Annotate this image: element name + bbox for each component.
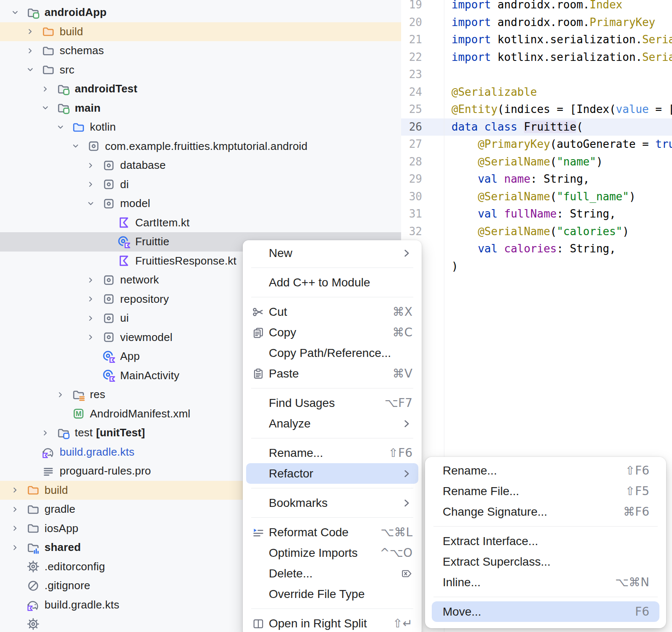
- tree-item-main[interactable]: main: [0, 99, 401, 118]
- menu-item-find-usages[interactable]: Find Usages⌥F7: [243, 393, 422, 413]
- code-line-29[interactable]: val name: String,: [452, 170, 672, 188]
- chevron-expanded-icon[interactable]: [23, 65, 41, 75]
- context-menu: NewAdd C++ to ModuleCut⌘XCopy⌘CCopy Path…: [243, 240, 422, 632]
- paste-icon: [252, 367, 266, 380]
- menu-item-cut[interactable]: Cut⌘X: [243, 302, 422, 322]
- code-token: [452, 242, 478, 255]
- tree-item-schemas[interactable]: schemas: [0, 41, 401, 60]
- code-token: : String,: [530, 173, 590, 185]
- chevron-collapsed-icon[interactable]: [83, 294, 102, 304]
- module-folder-icon: [56, 83, 71, 95]
- menu-shortcut: ⇧↵: [393, 616, 412, 630]
- menu-item-new[interactable]: New: [243, 243, 422, 263]
- tree-item-cartitem-kt[interactable]: CartItem.kt: [0, 213, 401, 233]
- code-line-32[interactable]: @SerialName("calories"): [452, 223, 672, 241]
- tree-item-androidapp[interactable]: androidApp: [0, 3, 401, 22]
- menu-item-right: ⌥⌘L: [381, 525, 412, 539]
- code-line-33[interactable]: val calories: String,: [452, 240, 672, 258]
- menu-item-change-signature[interactable]: Change Signature...⌘F6: [425, 501, 666, 522]
- chevron-collapsed-icon[interactable]: [8, 543, 26, 553]
- code-line-19[interactable]: import androidx.room.Index: [452, 0, 672, 14]
- menu-item-rename-file[interactable]: Rename File...⇧F5: [425, 481, 666, 501]
- chevron-collapsed-icon[interactable]: [8, 504, 26, 514]
- code-token: : String,: [556, 207, 616, 220]
- chevron-expanded-icon[interactable]: [53, 122, 71, 132]
- chevron-collapsed-icon[interactable]: [83, 179, 102, 189]
- code-line-22[interactable]: import kotlinx.serialization.Seria: [452, 49, 672, 66]
- tree-item-model[interactable]: model: [0, 194, 401, 213]
- menu-shortcut: ⌘F6: [623, 505, 649, 519]
- menu-item-rename[interactable]: Rename...⇧F6: [425, 460, 666, 481]
- chevron-expanded-icon[interactable]: [8, 8, 26, 18]
- tree-item-database[interactable]: database: [0, 156, 401, 175]
- menu-item-open-in-right-split[interactable]: Open in Right Split⇧↵: [243, 613, 422, 632]
- menu-shortcut: ⌥⌘N: [615, 575, 649, 589]
- code-line-24[interactable]: @Serializable: [452, 84, 672, 101]
- folder-icon: [41, 63, 55, 76]
- menu-item-copy-path-reference[interactable]: Copy Path/Reference...: [243, 343, 422, 363]
- menu-item-refactor[interactable]: Refactor: [246, 463, 418, 484]
- code-token: ): [452, 260, 458, 273]
- gear-icon: [26, 618, 40, 630]
- tree-item-build[interactable]: build: [0, 22, 401, 42]
- code-line-26[interactable]: data class Fruittie(: [452, 118, 672, 136]
- menu-item-extract-superclass[interactable]: Extract Superclass...: [425, 551, 666, 572]
- chevron-collapsed-icon[interactable]: [83, 275, 102, 285]
- menu-item-reformat-code[interactable]: Reformat Code⌥⌘L: [243, 522, 422, 543]
- menu-item-copy[interactable]: Copy⌘C: [243, 322, 422, 343]
- chevron-expanded-icon[interactable]: [38, 103, 56, 113]
- chevron-collapsed-icon[interactable]: [38, 84, 56, 94]
- menu-item-inline[interactable]: Inline...⌥⌘N: [425, 572, 666, 593]
- code-token: PrimaryKey: [590, 16, 656, 29]
- menu-item-move[interactable]: Move...F6: [432, 601, 659, 622]
- chevron-collapsed-icon[interactable]: [8, 485, 26, 495]
- tree-item-label: androidTest: [75, 82, 137, 95]
- menu-item-extract-interface[interactable]: Extract Interface...: [425, 531, 666, 551]
- chevron-collapsed-icon[interactable]: [23, 46, 41, 56]
- code-line-23[interactable]: [452, 66, 672, 84]
- code-line-28[interactable]: @SerialName("name"): [452, 153, 672, 171]
- menu-item-add-c-to-module[interactable]: Add C++ to Module: [243, 272, 422, 293]
- menu-item-paste[interactable]: Paste⌘V: [243, 363, 422, 384]
- code-line-20[interactable]: import androidx.room.PrimaryKey: [452, 14, 672, 31]
- tree-item-androidtest[interactable]: androidTest: [0, 79, 401, 99]
- chevron-expanded-icon[interactable]: [68, 141, 87, 151]
- menu-item-override-file-type[interactable]: Override File Type: [243, 584, 422, 604]
- tree-item-src[interactable]: src: [0, 60, 401, 80]
- menu-item-delete[interactable]: Delete...: [243, 563, 422, 584]
- code-line-21[interactable]: import kotlinx.serialization.Seria: [452, 31, 672, 49]
- chevron-collapsed-icon[interactable]: [53, 390, 71, 400]
- tree-item-di[interactable]: di: [0, 175, 401, 194]
- menu-item-bookmarks[interactable]: Bookmarks: [243, 493, 422, 513]
- text-file-icon: [41, 465, 55, 477]
- menu-item-right: ⇧F6: [625, 464, 649, 477]
- tree-item-kotlin[interactable]: kotlin: [0, 118, 401, 137]
- package-icon: [102, 331, 116, 344]
- code-line-27[interactable]: @PrimaryKey(autoGenerate = tru: [452, 136, 672, 153]
- menu-item-rename[interactable]: Rename...⇧F6: [243, 443, 422, 463]
- chevron-collapsed-icon[interactable]: [8, 523, 26, 533]
- menu-divider: [251, 608, 413, 609]
- code-token: Seria: [642, 51, 672, 63]
- tree-item-label: proguard-rules.pro: [60, 464, 151, 477]
- code-line-31[interactable]: val fullName: String,: [452, 205, 672, 223]
- chevron-collapsed-icon[interactable]: [83, 313, 102, 323]
- package-icon: [87, 140, 101, 152]
- chevron-collapsed-icon[interactable]: [83, 332, 102, 342]
- chevron-expanded-icon[interactable]: [83, 199, 102, 209]
- chevron-collapsed-icon[interactable]: [83, 160, 102, 170]
- code-line-25[interactable]: @Entity(indices = [Index(value = [: [452, 101, 672, 118]
- tree-item-com-example-fruitties-kmptutorial-android[interactable]: com.example.fruitties.kmptutorial.androi…: [0, 137, 401, 156]
- chevron-collapsed-icon[interactable]: [23, 26, 41, 37]
- menu-divider: [251, 488, 413, 488]
- menu-item-analyze[interactable]: Analyze: [243, 413, 422, 434]
- menu-item-optimize-imports[interactable]: Optimize Imports^⌥O: [243, 543, 422, 563]
- menu-shortcut: ⇧F6: [388, 446, 412, 460]
- chevron-collapsed-icon[interactable]: [38, 428, 56, 438]
- code-area[interactable]: import androidx.room.Indeximport android…: [452, 0, 672, 275]
- menu-shortcut: ⌘X: [393, 305, 412, 319]
- ignore-icon: [26, 580, 40, 592]
- code-line-34[interactable]: ): [452, 258, 672, 275]
- code-line-30[interactable]: @SerialName("full_name"): [452, 188, 672, 206]
- code-token: [452, 225, 478, 238]
